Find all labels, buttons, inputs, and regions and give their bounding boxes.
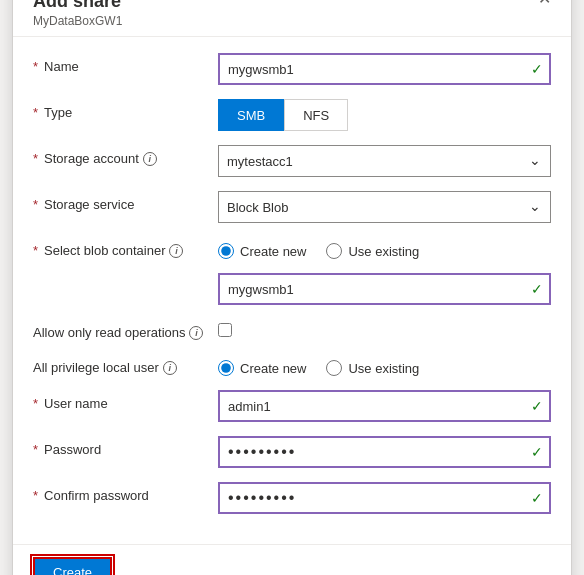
allow-read-label: Allow only read operations i	[33, 319, 218, 340]
blob-use-existing-option[interactable]: Use existing	[326, 243, 419, 259]
username-input[interactable]	[218, 390, 551, 422]
storage-account-label: * Storage account i	[33, 145, 218, 166]
blob-container-input-row: ✓	[218, 273, 551, 305]
allow-read-row: Allow only read operations i	[33, 319, 551, 340]
privilege-user-info-icon[interactable]: i	[163, 361, 177, 375]
blob-radio-group: Create new Use existing	[218, 237, 551, 259]
privilege-create-new-option[interactable]: Create new	[218, 360, 306, 376]
allow-read-info-icon[interactable]: i	[189, 326, 203, 340]
dialog-footer: Create	[13, 544, 571, 575]
blob-use-existing-radio[interactable]	[326, 243, 342, 259]
blob-create-new-label: Create new	[240, 244, 306, 259]
blob-create-new-option[interactable]: Create new	[218, 243, 306, 259]
name-row: * Name ✓	[33, 53, 551, 85]
create-button[interactable]: Create	[33, 557, 112, 575]
username-check-icon: ✓	[531, 398, 543, 414]
storage-account-info-icon[interactable]: i	[143, 152, 157, 166]
name-required: *	[33, 59, 38, 74]
storage-service-row: * Storage service Block Blob	[33, 191, 551, 223]
password-label: * Password	[33, 436, 218, 457]
password-row: * Password ✓	[33, 436, 551, 468]
type-nfs-button[interactable]: NFS	[284, 99, 348, 131]
close-button[interactable]: ✕	[534, 0, 555, 9]
username-row: * User name ✓	[33, 390, 551, 422]
privilege-user-radio-group: Create new Use existing	[218, 354, 551, 376]
blob-container-label: * Select blob container i	[33, 237, 218, 258]
privilege-user-label: All privilege local user i	[33, 354, 218, 375]
confirm-password-field-wrapper: ✓	[218, 482, 551, 514]
confirm-password-label: * Confirm password	[33, 482, 218, 503]
blob-container-radio-group: Create new Use existing	[218, 237, 551, 259]
blob-container-input-wrapper: ✓	[218, 273, 551, 305]
storage-account-row: * Storage account i mytestacc1	[33, 145, 551, 177]
type-row: * Type SMB NFS	[33, 99, 551, 131]
confirm-password-row: * Confirm password ✓	[33, 482, 551, 514]
storage-service-label: * Storage service	[33, 191, 218, 212]
allow-read-checkbox-wrapper	[218, 319, 551, 337]
blob-use-existing-label: Use existing	[348, 244, 419, 259]
password-check-icon: ✓	[531, 444, 543, 460]
username-field-wrapper: ✓	[218, 390, 551, 422]
blob-container-input[interactable]	[218, 273, 551, 305]
storage-service-select[interactable]: Block Blob	[218, 191, 551, 223]
confirm-password-required: *	[33, 488, 38, 503]
storage-account-select[interactable]: mytestacc1	[218, 145, 551, 177]
dialog-title: Add share	[33, 0, 551, 12]
privilege-create-new-radio[interactable]	[218, 360, 234, 376]
type-label: * Type	[33, 99, 218, 120]
privilege-use-existing-option[interactable]: Use existing	[326, 360, 419, 376]
add-share-dialog: Add share MyDataBoxGW1 ✕ * Name ✓ * Type	[12, 0, 572, 575]
storage-account-wrapper: mytestacc1	[218, 145, 551, 177]
dialog-header: Add share MyDataBoxGW1 ✕	[13, 0, 571, 37]
username-label: * User name	[33, 390, 218, 411]
username-required: *	[33, 396, 38, 411]
privilege-use-existing-label: Use existing	[348, 361, 419, 376]
blob-create-new-radio[interactable]	[218, 243, 234, 259]
blob-container-row: * Select blob container i Create new Use…	[33, 237, 551, 259]
name-check-icon: ✓	[531, 61, 543, 77]
type-required: *	[33, 105, 38, 120]
confirm-password-input[interactable]	[218, 482, 551, 514]
type-toggle: SMB NFS	[218, 99, 551, 131]
dialog-subtitle: MyDataBoxGW1	[33, 14, 551, 28]
name-label: * Name	[33, 53, 218, 74]
name-field-wrapper: ✓	[218, 53, 551, 85]
type-smb-button[interactable]: SMB	[218, 99, 284, 131]
type-toggle-group: SMB NFS	[218, 99, 551, 131]
blob-container-info-icon[interactable]: i	[169, 244, 183, 258]
name-input[interactable]	[218, 53, 551, 85]
blob-container-required: *	[33, 243, 38, 258]
dialog-body: * Name ✓ * Type SMB NFS *	[13, 37, 571, 544]
privilege-use-existing-radio[interactable]	[326, 360, 342, 376]
allow-read-checkbox[interactable]	[218, 323, 232, 337]
storage-account-required: *	[33, 151, 38, 166]
blob-container-check-icon: ✓	[531, 281, 543, 297]
password-input[interactable]	[218, 436, 551, 468]
privilege-create-new-label: Create new	[240, 361, 306, 376]
password-field-wrapper: ✓	[218, 436, 551, 468]
privilege-user-row: All privilege local user i Create new Us…	[33, 354, 551, 376]
confirm-password-check-icon: ✓	[531, 490, 543, 506]
storage-service-wrapper: Block Blob	[218, 191, 551, 223]
privilege-radio-group: Create new Use existing	[218, 354, 551, 376]
storage-service-required: *	[33, 197, 38, 212]
password-required: *	[33, 442, 38, 457]
